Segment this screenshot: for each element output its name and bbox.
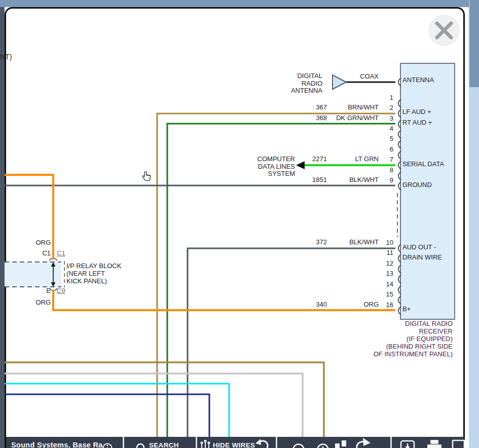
info-icon[interactable] [103, 444, 112, 448]
fullscreen-icon[interactable] [453, 440, 464, 448]
search-icon[interactable] [137, 444, 146, 448]
toolbar-icons [0, 0, 479, 448]
zoom-in-icon[interactable] [318, 444, 328, 448]
undo-icon[interactable] [255, 439, 268, 448]
fit-view-icon[interactable] [335, 440, 346, 448]
download-icon[interactable] [401, 441, 414, 448]
hand-cursor [142, 171, 153, 183]
hide-wires-icon[interactable] [201, 440, 210, 448]
app-screen: NT) : DIGITAL RADIO ANTENNA COAX 367 BRN… [0, 0, 479, 448]
zoom-out-icon[interactable] [293, 444, 304, 448]
redo-rotate-icon[interactable] [357, 438, 371, 448]
print-icon[interactable] [427, 440, 441, 448]
